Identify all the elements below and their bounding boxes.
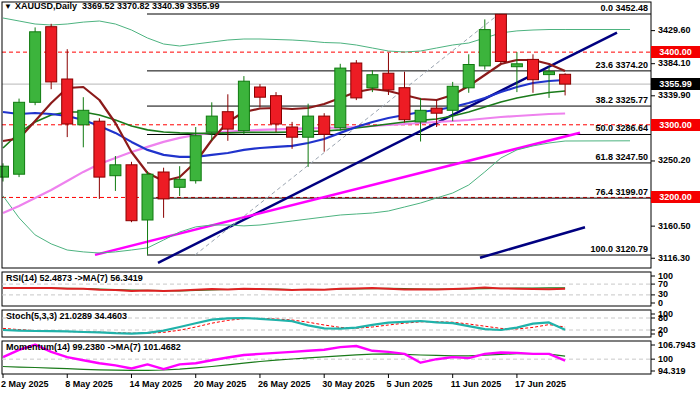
date-axis-label: 17 Jun 2025 [515,379,566,389]
price-level-badge: 3300.00 [651,119,700,131]
date-axis-label: 26 May 2025 [258,379,311,389]
ohlc-values: 3369.52 3370.82 3340.39 3355.99 [82,1,220,11]
momentum-indicator-label: Momentum(14) 99.2380 ->MA(7) 101.4682 [6,342,181,352]
fib-level-label: 23.6 3374.20 [595,60,648,70]
chart-title: ▼XAUUSD,Daily 3369.52 3370.82 3340.39 33… [4,1,220,11]
symbol-period-label: XAUUSD,Daily [15,1,77,11]
rsi-axis-label: 70 [658,279,668,289]
rsi-axis-label: 0 [658,298,663,308]
candle-body-18-Jun[interactable] [528,59,539,79]
candle-body-28-May[interactable] [287,127,298,137]
candle-body-30-May[interactable] [319,116,330,134]
candle-body-13-Jun[interactable] [479,30,490,66]
fib-level-label: 50.0 3286.64 [595,123,648,133]
momentum-axis-label: 100 [658,354,673,364]
candle-body-17-Jun[interactable] [511,64,522,67]
candle-body-5-Jun[interactable] [383,73,394,90]
candle-body-10-Jun[interactable] [431,108,442,113]
candle-body-4-Jun[interactable] [367,75,378,88]
candle-body-2-Jun[interactable] [335,68,346,128]
current-price-badge: 3355.99 [651,78,700,90]
candle-body-9-Jun[interactable] [415,110,426,122]
candle-body-20-Jun[interactable] [560,74,571,84]
candle-body-27-May[interactable] [271,96,282,124]
candle-body-16-May[interactable] [158,172,169,199]
date-axis-label: 11 Jun 2025 [451,379,502,389]
candle-body-7-May[interactable] [46,27,57,82]
candle-body-13-May[interactable] [110,165,121,176]
price-level-badge: 3400.00 [651,46,700,58]
fib-level-label: 0.0 3452.48 [600,3,648,13]
candle-body-3-Jun[interactable] [351,63,362,98]
price-axis-label: 3160.50 [658,221,691,231]
stoch-axis-label: 0 [658,329,663,339]
date-axis-label: 8 May 2025 [65,379,113,389]
price-axis-label: 3429.60 [658,25,691,35]
date-axis-label: 30 May 2025 [322,379,375,389]
navy-trendline-short [480,227,585,258]
collapse-icon[interactable]: ▼ [4,2,12,11]
candle-body-19-Jun[interactable] [544,72,555,75]
candle-body-16-Jun[interactable] [495,14,506,61]
candle-body-12-Jun[interactable] [463,65,474,88]
rsi-indicator-label: RSI(14) 52.4873 ->MA(7) 56.3419 [6,273,143,283]
price-axis-label: 3384.10 [658,58,691,68]
candle-body-6-May[interactable] [30,32,41,103]
date-axis-label: 20 May 2025 [194,379,247,389]
candle-body-12-May[interactable] [94,121,105,177]
fib-level-label: 76.4 3199.07 [595,187,648,197]
candle-body-5-May[interactable] [14,102,25,174]
candle-body-8-May[interactable] [62,79,73,124]
candle-body-2-May[interactable] [0,166,9,177]
fib-level-label: 100.0 3120.79 [590,244,648,254]
date-axis-label: 2 May 2025 [1,379,49,389]
candle-body-20-May[interactable] [190,136,201,181]
candle-body-29-May[interactable] [303,116,314,137]
price-level-badge: 3200.00 [651,191,700,203]
candle-body-9-May[interactable] [78,110,89,125]
fib-level-label: 61.8 3247.50 [595,152,648,162]
mt4-chart-window: ▼XAUUSD,Daily 3369.52 3370.82 3340.39 33… [0,0,700,400]
candle-body-15-May[interactable] [142,174,153,220]
candle-body-14-May[interactable] [126,165,137,221]
stoch-indicator-label: Stoch(5,3,3) 21.0289 34.4603 [6,311,127,321]
bollinger-upper-band [3,18,630,52]
stoch-axis-label: 80 [658,313,668,323]
price-axis-label: 3339.90 [658,90,691,100]
fib-level-label: 38.2 3325.77 [595,95,648,105]
candle-body-23-May[interactable] [238,81,249,130]
price-axis-label: 3116.30 [658,253,690,263]
candle-body-19-May[interactable] [174,179,185,187]
navy-trendline-main [158,33,617,263]
candle-body-22-May[interactable] [222,112,233,129]
date-axis-label: 5 Jun 2025 [386,379,432,389]
candle-body-11-Jun[interactable] [447,86,458,110]
candle-body-6-Jun[interactable] [399,88,410,120]
date-axis-label: 14 May 2025 [129,379,182,389]
candle-body-21-May[interactable] [206,116,217,132]
momentum-axis-label: 106.7943 [658,340,696,350]
momentum-axis-label: 94.319 [658,366,686,376]
candle-body-26-May[interactable] [255,87,266,97]
price-axis-label: 3250.20 [658,155,691,165]
